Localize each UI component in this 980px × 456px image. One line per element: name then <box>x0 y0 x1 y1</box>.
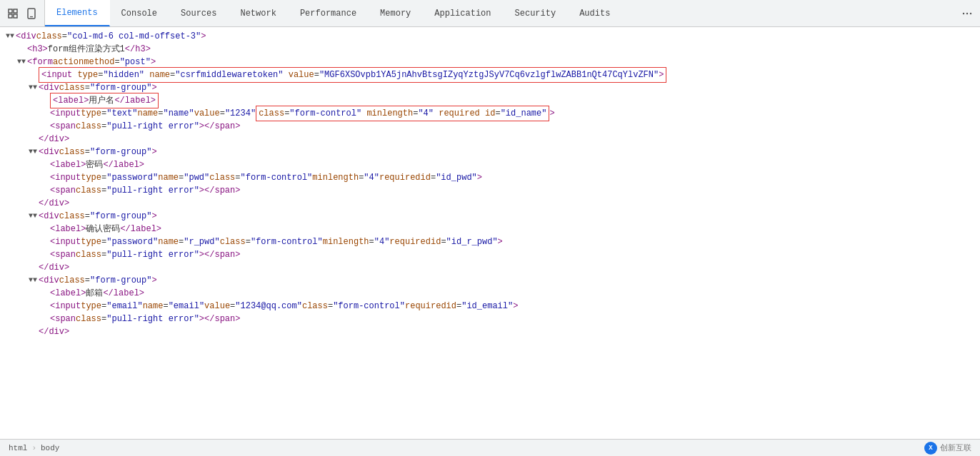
svg-point-8 <box>970 12 971 14</box>
dom-tree-line[interactable]: <input type="text" name="name" value="12… <box>0 107 980 120</box>
svg-rect-0 <box>9 9 12 13</box>
mobile-icon[interactable] <box>24 6 39 21</box>
tab-memory[interactable]: Memory <box>369 0 423 26</box>
inspect-icon[interactable] <box>6 6 20 21</box>
more-tabs-button[interactable] <box>954 0 980 26</box>
dom-tree-line[interactable]: </div> <box>0 133 980 146</box>
main-content: ▼<div class="col-md-6 col-md-offset-3"><… <box>0 27 980 439</box>
breadcrumb-body[interactable]: body <box>41 444 59 452</box>
tab-elements[interactable]: Elements <box>45 0 110 26</box>
dom-tree-line[interactable]: <span class="pull-right error"></span> <box>0 184 980 197</box>
svg-rect-2 <box>9 14 12 18</box>
tab-security[interactable]: Security <box>504 0 569 26</box>
svg-point-6 <box>963 12 964 14</box>
watermark-icon: X <box>924 442 937 455</box>
dom-tree-line[interactable]: <input type="password" name="pwd" class=… <box>0 171 980 184</box>
dom-tree-line[interactable]: ▼<div class="form-group"> <box>0 274 980 287</box>
tab-sources[interactable]: Sources <box>169 0 229 26</box>
dom-tree-line[interactable]: <input type="email" name="email" value="… <box>0 300 980 313</box>
dom-tree-line[interactable]: </div> <box>0 261 980 274</box>
dom-tree-line[interactable]: ▼<div class="form-group"> <box>0 210 980 223</box>
dom-tree-line[interactable]: ▼<div class="col-md-6 col-md-offset-3"> <box>0 30 980 43</box>
dom-tree-line[interactable]: <label>邮箱</label> <box>0 287 980 300</box>
dom-tree-line[interactable]: <label>确认密码</label> <box>0 223 980 235</box>
dom-tree-line[interactable]: <h3>form组件渲染方式1</h3> <box>0 43 980 56</box>
watermark-area: X 创新互联 <box>924 442 971 455</box>
dom-tree-line[interactable]: <label>密码</label> <box>0 158 980 171</box>
svg-point-7 <box>966 12 968 14</box>
watermark: X 创新互联 <box>924 442 971 455</box>
tab-application[interactable]: Application <box>423 0 503 26</box>
tab-console[interactable]: Console <box>110 0 169 26</box>
tab-network[interactable]: Network <box>229 0 288 26</box>
tab-bar: Elements Console Sources Network Perform… <box>0 0 980 27</box>
svg-rect-3 <box>14 14 17 18</box>
status-bar: html › body X 创新互联 <box>0 439 980 456</box>
svg-rect-1 <box>14 9 17 13</box>
dom-tree-line[interactable]: </div> <box>0 197 980 210</box>
dom-tree-line[interactable]: <span class="pull-right error"></span> <box>0 248 980 261</box>
dom-tree-line[interactable]: <span class="pull-right error"></span> <box>0 313 980 325</box>
tab-performance[interactable]: Performance <box>289 0 369 26</box>
devtools-icons <box>0 0 45 26</box>
dom-tree-line[interactable]: <span class="pull-right error"></span> <box>0 120 980 133</box>
dom-tree-line[interactable]: </div> <box>0 325 980 338</box>
dom-tree-line[interactable]: <input type="hidden" name="csrfmiddlewar… <box>0 69 980 81</box>
dom-tree[interactable]: ▼<div class="col-md-6 col-md-offset-3"><… <box>0 27 980 439</box>
breadcrumb-html[interactable]: html <box>9 444 27 452</box>
dom-tree-line[interactable]: <input type="password" name="r_pwd" clas… <box>0 235 980 248</box>
tab-audits[interactable]: Audits <box>568 0 622 26</box>
dom-tree-line[interactable]: ▼<div class="form-group"> <box>0 146 980 158</box>
